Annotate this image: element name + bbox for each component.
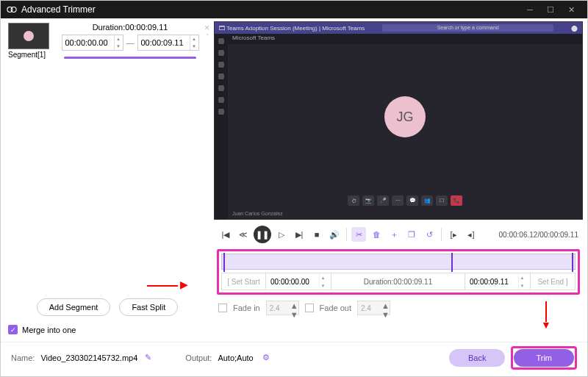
segment-duration-label: Duration:00:00:09.11	[93, 23, 168, 32]
set-start-button[interactable]: [ Set Start	[222, 273, 266, 290]
timeline-track[interactable]	[221, 254, 576, 270]
svg-point-1	[11, 7, 16, 12]
split-icon[interactable]: ✂	[351, 227, 366, 242]
caller-avatar: JG	[384, 96, 426, 137]
set-end-button[interactable]: Set End ]	[531, 273, 575, 290]
fast-split-button[interactable]: Fast Split	[119, 298, 178, 316]
caller-name: Juan Carlos Gonzalez	[232, 211, 283, 216]
segment-name: Segment[1]	[8, 51, 49, 59]
window-titlebar: Advanced Trimmer ─ ☐ ✕	[1, 1, 587, 18]
volume-icon[interactable]: 🔊	[327, 227, 342, 242]
segment-thumbnail[interactable]	[8, 23, 49, 49]
segment-start-input[interactable]: ▲▼	[62, 35, 123, 51]
teams-search: Search or type a command	[382, 24, 553, 32]
fade-out-label: Fade out	[320, 304, 351, 312]
output-format-value: Auto;Auto	[218, 353, 253, 362]
add-icon[interactable]: ＋	[387, 227, 401, 242]
skip-end-icon[interactable]: ▶|	[292, 227, 306, 242]
stop-icon[interactable]: ■	[309, 227, 324, 242]
merge-label: Merge into one	[22, 326, 76, 334]
spin-up-icon[interactable]: ▲	[115, 35, 123, 43]
call-controls: ⏱📷🎤⋯💬👥☐📞	[348, 195, 462, 206]
teams-window-title: 🗖 Teams Adoption Session (Meeting) | Mic…	[219, 25, 365, 32]
trim-button-highlight: Trim	[511, 346, 577, 370]
fade-in-label: Fade in	[233, 304, 260, 312]
teams-app-name: Microsoft Teams	[228, 34, 582, 44]
add-segment-button[interactable]: Add Segment	[37, 298, 111, 316]
trim-start-input[interactable]: ▲▼	[266, 273, 331, 290]
timeline-playhead[interactable]	[451, 253, 453, 272]
back-button[interactable]: Back	[449, 349, 505, 367]
app-logo-icon	[7, 4, 17, 15]
edit-name-icon[interactable]: ✎	[145, 353, 151, 362]
trim-button[interactable]: Trim	[514, 349, 574, 367]
output-settings-icon[interactable]: ⚙	[262, 353, 270, 362]
maximize-button[interactable]: ☐	[540, 1, 561, 18]
trim-duration-label: Duration:00:00:09.11	[331, 273, 465, 290]
next-frame-icon[interactable]: ▷	[274, 227, 289, 242]
fade-out-value[interactable]: ▲▼	[357, 301, 390, 315]
play-pause-button[interactable]: ❚❚	[254, 226, 271, 243]
minimize-button[interactable]: ─	[520, 1, 540, 18]
video-preview[interactable]: 🗖 Teams Adoption Session (Meeting) | Mic…	[214, 21, 583, 220]
fade-in-value[interactable]: ▲▼	[266, 301, 299, 315]
fade-out-checkbox[interactable]	[305, 304, 314, 312]
spin-down-icon[interactable]: ▼	[115, 43, 123, 50]
segment-progress-bar[interactable]	[64, 57, 196, 59]
spin-down-icon[interactable]: ▼	[190, 43, 198, 50]
segment-end-input[interactable]: ▲▼	[137, 35, 199, 51]
playback-time: 00:00:06.12/00:00:09.11	[499, 231, 578, 239]
teams-sidebar	[215, 34, 228, 219]
teams-profile-icon: ⬤	[571, 25, 578, 32]
name-label: Name:	[11, 353, 35, 362]
spin-up-icon[interactable]: ▲	[190, 35, 198, 43]
range-dash: —	[126, 38, 135, 47]
close-button[interactable]: ✕	[561, 1, 581, 18]
expand-segment-icon[interactable]: ˅	[206, 33, 209, 40]
undo-icon[interactable]: ↺	[422, 227, 437, 242]
trim-timeline-region: [ Set Start ▲▼ Duration:00:00:09.11 ▲▼ S…	[217, 249, 580, 295]
prev-frame-icon[interactable]: ≪	[236, 227, 251, 242]
window-title: Advanced Trimmer	[21, 4, 520, 15]
trim-end-input[interactable]: ▲▼	[465, 273, 531, 290]
output-label: Output:	[185, 353, 212, 362]
footer-bar: Name: Video_230302145732.mp4 ✎ Output: A…	[1, 342, 587, 373]
delete-icon[interactable]: 🗑	[369, 227, 384, 242]
mark-out-icon[interactable]: ◂]	[464, 227, 478, 242]
segments-panel: Segment[1] × ˅ Duration:00:00:09.11 ▲▼ —…	[1, 18, 214, 342]
copy-icon[interactable]: ❐	[404, 227, 419, 242]
playback-controls: |◀ ≪ ❚❚ ▷ ▶| ■ 🔊 ✂ 🗑 ＋ ❐ ↺ [▸ ◂] 00:00:0…	[214, 220, 583, 249]
merge-checkbox[interactable]: ✓	[8, 325, 18, 334]
timeline-start-handle[interactable]	[223, 253, 225, 272]
fade-in-checkbox[interactable]	[218, 304, 227, 312]
mark-in-icon[interactable]: [▸	[446, 227, 461, 242]
remove-segment-icon[interactable]: ×	[204, 23, 209, 33]
preview-panel: 🗖 Teams Adoption Session (Meeting) | Mic…	[214, 18, 587, 342]
timeline-end-handle[interactable]	[572, 253, 573, 272]
output-name-value: Video_230302145732.mp4	[40, 353, 137, 362]
skip-start-icon[interactable]: |◀	[218, 227, 233, 242]
